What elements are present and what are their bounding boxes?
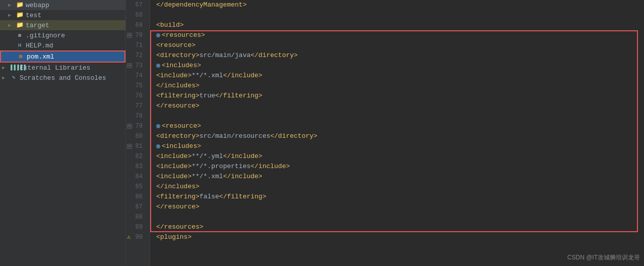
gutter-line: 71 — [126, 40, 146, 50]
line-number: 71 — [136, 40, 143, 50]
arrow-icon: ▶ — [8, 2, 15, 8]
code-line: <resource> — [156, 40, 644, 50]
line-number: 90 — [136, 232, 143, 242]
line-number-gutter: 676869−707172−737475767778−7980−81828384… — [126, 0, 150, 266]
fold-dot-icon — [156, 64, 160, 68]
code-lines[interactable]: </dependencyManagement> <build><resource… — [150, 0, 644, 266]
line-number: 81 — [136, 141, 143, 151]
gutter-line: 86 — [126, 192, 146, 202]
fold-marker[interactable]: − — [127, 63, 132, 68]
code-line: <resources> — [156, 30, 644, 40]
gutter-line: 69 — [126, 20, 146, 30]
code-line: <include>**/*.properties</include> — [156, 162, 644, 172]
code-line — [156, 10, 644, 20]
code-line: </includes> — [156, 182, 644, 192]
code-line: </resources> — [156, 222, 644, 232]
file-icon: ◼ — [15, 31, 24, 39]
sidebar-item-gitignore[interactable]: ◼ .gitignore — [0, 30, 125, 40]
code-line: <directory>src/main/resources</directory… — [156, 131, 644, 141]
line-number: 67 — [136, 0, 143, 10]
xml-file-icon: m — [16, 52, 25, 61]
line-number: 88 — [136, 212, 143, 222]
line-number: 79 — [136, 121, 143, 131]
arrow-icon: ▶ — [8, 22, 15, 28]
code-line: <include>**/*.yml</include> — [156, 151, 644, 162]
sidebar-item-target[interactable]: ▶ 📁 target — [0, 20, 125, 30]
arrow-icon: ▶ — [2, 65, 9, 71]
fold-marker[interactable]: − — [127, 33, 132, 38]
code-line: <filtering>false</filtering> — [156, 192, 644, 202]
gutter-line: 78 — [126, 111, 146, 121]
code-line: <include>**/*.xml</include> — [156, 71, 644, 81]
gutter-line: −70 — [126, 30, 146, 40]
gutter-line: −73 — [126, 61, 146, 71]
code-line: </resource> — [156, 202, 644, 212]
gutter-line: 84 — [126, 172, 146, 182]
code-line: </dependencyManagement> — [156, 0, 644, 10]
gutter-line: 88 — [126, 212, 146, 222]
fold-marker[interactable]: − — [127, 144, 132, 149]
sidebar-item-scratches[interactable]: ▶ ✎ Scratches and Consoles — [0, 73, 125, 83]
gutter-line: 72 — [126, 50, 146, 61]
arrow-icon: ▶ — [2, 75, 9, 81]
gutter-line: 74 — [126, 71, 146, 81]
gutter-line: 77 — [126, 101, 146, 111]
line-number: 70 — [136, 30, 143, 40]
gutter-line: 85 — [126, 182, 146, 192]
code-area: 676869−707172−737475767778−7980−81828384… — [126, 0, 644, 266]
arrow-icon — [8, 33, 15, 38]
editor-area: 676869−707172−737475767778−7980−81828384… — [126, 0, 644, 266]
sidebar-item-label: target — [26, 22, 123, 29]
scratches-icon: ✎ — [9, 74, 18, 82]
arrow-icon — [9, 54, 16, 60]
sidebar-item-label: pom.xml — [27, 53, 122, 61]
gutter-line: 82 — [126, 151, 146, 162]
sidebar-item-ext-libraries[interactable]: ▶ ▐▐▐▐▐ External Libraries — [0, 63, 125, 73]
sidebar-item-test[interactable]: ▶ 📁 test — [0, 10, 125, 20]
sidebar-item-webapp[interactable]: ▶ 📁 webapp — [0, 0, 125, 10]
code-line: <includes> — [156, 141, 644, 151]
line-number: 84 — [136, 172, 143, 182]
code-line: <build> — [156, 20, 644, 30]
fold-marker[interactable]: − — [127, 124, 132, 129]
fold-dot-icon — [156, 33, 160, 37]
line-number: 74 — [136, 71, 143, 81]
gutter-line: 67 — [126, 0, 146, 10]
gutter-line: 68 — [126, 10, 146, 20]
arrow-icon: ▶ — [8, 12, 15, 18]
line-number: 75 — [136, 81, 143, 91]
sidebar-item-pomxml[interactable]: m pom.xml — [0, 50, 125, 63]
fold-dot-icon — [156, 124, 160, 128]
code-line: <filtering>true</filtering> — [156, 91, 644, 101]
sidebar-item-label: .gitignore — [26, 32, 123, 39]
sidebar-item-helpmd[interactable]: H HELP.md — [0, 40, 125, 50]
line-number: 78 — [136, 111, 143, 121]
gutter-line: 76 — [126, 91, 146, 101]
sidebar-item-label: Scratches and Consoles — [20, 74, 123, 82]
code-line: <includes> — [156, 61, 644, 71]
code-line: <resource> — [156, 121, 644, 131]
folder-icon: 📁 — [15, 11, 24, 19]
gutter-line: 75 — [126, 81, 146, 91]
code-line: </includes> — [156, 81, 644, 91]
line-number: 89 — [136, 222, 143, 232]
line-number: 83 — [136, 162, 143, 172]
line-number: 86 — [136, 192, 143, 202]
line-number: 87 — [136, 202, 143, 212]
sidebar: ▶ 📁 webapp ▶ 📁 test ▶ 📁 target ◼ .gitign… — [0, 0, 126, 266]
code-line — [156, 212, 644, 222]
line-number: 72 — [136, 50, 143, 61]
gutter-line: −79 — [126, 121, 146, 131]
gutter-line: 90⚠ — [126, 232, 146, 242]
gutter-line: 87 — [126, 202, 146, 212]
line-number: 77 — [136, 101, 143, 111]
file-icon: H — [15, 41, 24, 49]
folder-icon: 📁 — [15, 1, 24, 9]
gutter-line: 80 — [126, 131, 146, 141]
gutter-line: 89 — [126, 222, 146, 232]
sidebar-item-label: External Libraries — [20, 64, 123, 72]
code-line: <directory>src/main/java</directory> — [156, 50, 644, 61]
line-number: 69 — [136, 20, 143, 30]
line-number: 76 — [136, 91, 143, 101]
code-line: <plugins> — [156, 232, 644, 242]
